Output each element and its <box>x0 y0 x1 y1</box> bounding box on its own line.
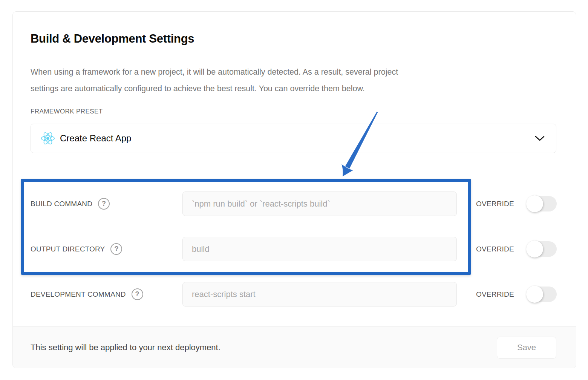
save-button[interactable]: Save <box>497 337 556 359</box>
framework-preset-label: FRAMEWORK PRESET <box>31 108 103 115</box>
output-directory-input[interactable] <box>182 237 457 261</box>
toggle-knob <box>526 195 543 212</box>
development-command-row: DEVELOPMENT COMMAND ? OVERRIDE <box>13 282 576 306</box>
chevron-down-icon <box>535 135 545 141</box>
page-title: Build & Development Settings <box>31 32 194 46</box>
toggle-knob <box>526 286 543 303</box>
framework-preset-select[interactable]: Create React App <box>31 124 556 153</box>
description-line-1: When using a framework for a new project… <box>31 64 398 80</box>
development-command-override-toggle[interactable] <box>527 287 557 302</box>
build-command-row: BUILD COMMAND ? OVERRIDE <box>13 192 576 216</box>
card-footer: This setting will be applied to your nex… <box>13 326 576 368</box>
section-description: When using a framework for a new project… <box>31 64 398 97</box>
output-directory-override-toggle[interactable] <box>527 241 557 257</box>
react-logo-icon <box>41 132 55 145</box>
override-label: OVERRIDE <box>476 192 514 216</box>
build-settings-card: Build & Development Settings When using … <box>12 11 576 368</box>
help-icon[interactable]: ? <box>132 288 143 300</box>
section-divider <box>31 172 556 172</box>
output-directory-row: OUTPUT DIRECTORY ? OVERRIDE <box>13 237 576 261</box>
override-label: OVERRIDE <box>476 237 514 261</box>
build-command-label: BUILD COMMAND <box>31 200 92 208</box>
description-line-2: settings are automatically configured to… <box>31 80 398 97</box>
help-icon[interactable]: ? <box>110 243 122 255</box>
override-label: OVERRIDE <box>476 282 514 306</box>
framework-preset-value: Create React App <box>60 133 535 144</box>
output-directory-label: OUTPUT DIRECTORY <box>31 245 105 253</box>
toggle-knob <box>526 241 543 257</box>
build-command-override-toggle[interactable] <box>527 196 557 211</box>
help-icon[interactable]: ? <box>98 198 110 210</box>
development-command-input[interactable] <box>182 282 457 306</box>
build-command-input[interactable] <box>182 192 457 216</box>
footer-note: This setting will be applied to your nex… <box>31 343 220 352</box>
development-command-label: DEVELOPMENT COMMAND <box>31 290 126 299</box>
